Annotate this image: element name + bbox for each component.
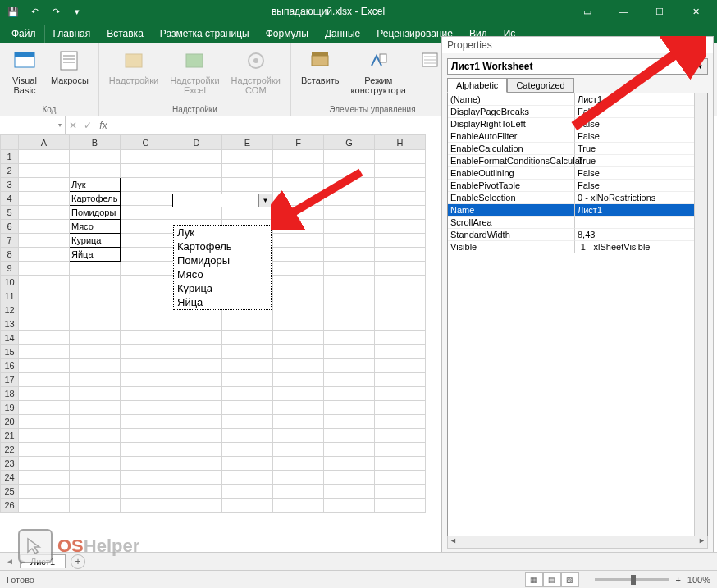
cell[interactable]: [273, 457, 324, 471]
cell[interactable]: [222, 429, 273, 443]
property-row[interactable]: (Name) Лист1: [448, 93, 707, 106]
property-value[interactable]: Лист1: [575, 204, 707, 217]
row-header[interactable]: 18: [1, 387, 19, 401]
row-header[interactable]: 20: [1, 415, 19, 429]
col-header[interactable]: F: [273, 135, 324, 150]
cell[interactable]: [273, 429, 324, 443]
cell[interactable]: [70, 317, 121, 331]
col-header[interactable]: A: [19, 135, 70, 150]
cell[interactable]: [375, 276, 426, 289]
cell[interactable]: [70, 262, 121, 276]
cell[interactable]: [375, 429, 426, 443]
col-header[interactable]: E: [222, 135, 273, 150]
cell[interactable]: [19, 317, 70, 331]
fx-icon[interactable]: fx: [95, 120, 112, 131]
worksheet-grid[interactable]: ABCDEFGH123Лук4Картофель5Помидоры6Мясо7К…: [0, 134, 439, 570]
cell[interactable]: [19, 359, 70, 373]
cell[interactable]: [222, 345, 273, 359]
cell[interactable]: [70, 331, 121, 345]
cell[interactable]: [121, 471, 171, 485]
property-row[interactable]: EnableAutoFilter False: [448, 130, 707, 143]
property-value[interactable]: 0 - xlNoRestrictions: [575, 192, 707, 204]
cell[interactable]: [375, 415, 426, 429]
cell[interactable]: [121, 164, 171, 178]
cell[interactable]: [222, 150, 273, 164]
cell[interactable]: [375, 248, 426, 262]
cell[interactable]: [171, 178, 222, 192]
cell[interactable]: [19, 234, 70, 248]
cell[interactable]: [19, 485, 70, 499]
row-header[interactable]: 15: [1, 345, 19, 359]
cell[interactable]: [273, 276, 324, 289]
cell[interactable]: [19, 499, 70, 513]
cell[interactable]: [324, 164, 375, 178]
cell[interactable]: [273, 262, 324, 276]
name-box[interactable]: ▾: [0, 116, 66, 134]
cell[interactable]: [222, 401, 273, 415]
property-value[interactable]: [575, 217, 707, 229]
cell[interactable]: [70, 401, 121, 415]
cell[interactable]: [324, 234, 375, 248]
property-value[interactable]: True: [575, 143, 707, 155]
cell[interactable]: [19, 248, 70, 262]
cell[interactable]: [171, 317, 222, 331]
undo-icon[interactable]: ↶: [25, 2, 44, 21]
property-row[interactable]: ScrollArea: [448, 217, 707, 229]
row-header[interactable]: 24: [1, 471, 19, 485]
cell[interactable]: [324, 499, 375, 513]
cell[interactable]: [273, 206, 324, 220]
cell[interactable]: [121, 317, 171, 331]
row-header[interactable]: 6: [1, 220, 19, 234]
cell[interactable]: Яйца: [70, 248, 121, 262]
tab-pagelayout[interactable]: Разметка страницы: [152, 25, 258, 43]
cell[interactable]: [222, 499, 273, 513]
cell[interactable]: [70, 429, 121, 443]
cell[interactable]: [19, 289, 70, 303]
cell[interactable]: [70, 164, 121, 178]
cell[interactable]: [273, 443, 324, 457]
row-header[interactable]: 16: [1, 359, 19, 373]
property-value[interactable]: False: [575, 118, 707, 130]
cell[interactable]: [324, 359, 375, 373]
cell[interactable]: [324, 415, 375, 429]
cell[interactable]: [19, 471, 70, 485]
cell[interactable]: [121, 206, 171, 220]
cell[interactable]: Помидоры: [70, 206, 121, 220]
row-header[interactable]: 21: [1, 429, 19, 443]
cell[interactable]: [121, 331, 171, 345]
cell[interactable]: [375, 178, 426, 192]
cell[interactable]: [324, 485, 375, 499]
ribbon-options-icon[interactable]: ▭: [569, 0, 605, 23]
cell[interactable]: [324, 345, 375, 359]
cell[interactable]: [19, 443, 70, 457]
combobox-option[interactable]: Мясо: [174, 267, 271, 281]
cell[interactable]: [121, 150, 171, 164]
cancel-icon[interactable]: ✕: [66, 120, 80, 131]
property-value[interactable]: False: [575, 167, 707, 180]
cell[interactable]: [324, 317, 375, 331]
save-icon[interactable]: 💾: [3, 2, 23, 21]
cell[interactable]: [121, 443, 171, 457]
cell[interactable]: [19, 262, 70, 276]
row-header[interactable]: 1: [1, 150, 19, 164]
col-header[interactable]: G: [324, 135, 375, 150]
cell[interactable]: [121, 289, 171, 303]
cell[interactable]: [121, 262, 171, 276]
cell[interactable]: [273, 178, 324, 192]
cell[interactable]: [171, 164, 222, 178]
row-header[interactable]: 2: [1, 164, 19, 178]
cell[interactable]: [222, 457, 273, 471]
minimize-icon[interactable]: —: [605, 0, 642, 23]
cell[interactable]: [171, 457, 222, 471]
properties-tab-alphabetic[interactable]: Alphabetic: [447, 78, 507, 93]
properties-object-selector[interactable]: Лист1 Worksheet: [447, 58, 693, 75]
cell[interactable]: [121, 345, 171, 359]
row-header[interactable]: 12: [1, 303, 19, 317]
cell[interactable]: [273, 401, 324, 415]
cell[interactable]: [273, 485, 324, 499]
col-header[interactable]: D: [171, 135, 222, 150]
property-value[interactable]: False: [575, 180, 707, 192]
properties-hscrollbar[interactable]: ◄ ►: [447, 536, 708, 549]
tab-formulas[interactable]: Формулы: [258, 25, 317, 43]
cell[interactable]: [121, 429, 171, 443]
